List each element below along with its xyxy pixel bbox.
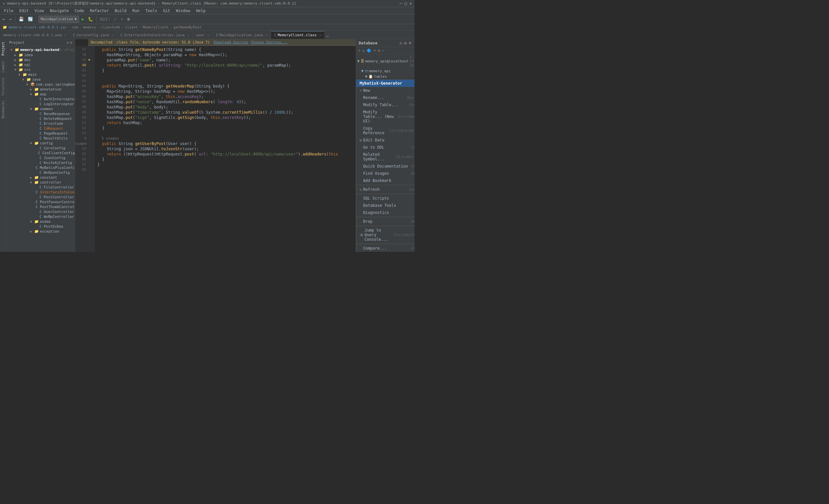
tab-pom-close[interactable]: ✕ [64,33,66,37]
ctx-goto-ddl[interactable]: Go to DDL Ctrl+B [356,144,414,151]
db-filter-icon[interactable]: ▼ [408,40,412,46]
tree-exception[interactable]: ▶ 📁 exception [6,229,75,234]
db-console-btn[interactable]: ⌨ [373,48,376,53]
tree-aop[interactable]: ▼ 📁 aop [6,92,75,97]
tree-java[interactable]: ▼ 📁 java [6,77,75,82]
ctx-new[interactable]: + New [356,87,414,94]
ctx-copy-ref[interactable]: Copy Reference Ctrl+Alt+Shift+C [356,125,414,137]
tree-filecontroller[interactable]: C FileController [6,185,75,190]
db-more-btn[interactable]: ⋯ [382,48,385,53]
menu-item-help[interactable]: Help [193,8,208,14]
ctx-find-usages[interactable]: Find Usages Alt+F7 [356,170,414,177]
tree-src[interactable]: ▼ 📁 src [6,67,75,72]
menu-item-window[interactable]: Window [174,8,193,14]
tree-constant[interactable]: ▶ 📁 constant [6,175,75,180]
tree-postfavour[interactable]: C PostFavourController [6,200,75,205]
ctx-add-bookmark[interactable]: Add Bookmark [356,177,414,184]
breadcrumb-item-1[interactable]: memory-client-sdk-0.0.1.jar [8,25,67,29]
menu-item-git[interactable]: Git [160,8,173,14]
db-settings-icon[interactable]: ⚙ [399,40,402,46]
menu-item-code[interactable]: Code [72,8,87,14]
bookmarks-panel-label[interactable]: Bookmarks [1,98,6,121]
sidebar-expand-icon[interactable]: ⊞ [70,40,72,45]
tab-main[interactable]: C MainApplication.java ✕ [213,31,271,39]
tree-idrequest[interactable]: C IdRequest [6,126,75,131]
tree-doc[interactable]: ▶ 📁 doc [6,58,75,62]
tree-postcontroller[interactable]: C PostController [6,195,75,200]
tree-main[interactable]: ▼ 📁 main [6,72,75,77]
tab-cors-close[interactable]: ✕ [112,33,114,37]
db-add-btn[interactable]: + [357,48,361,53]
structure-panel-label[interactable]: Structure [1,75,6,98]
project-panel-label[interactable]: Project [1,39,6,58]
breadcrumb-item-2[interactable]: com [72,25,78,29]
debug-btn[interactable]: 🐛 [86,16,95,22]
tree-pagerequest[interactable]: C PageRequest [6,131,75,136]
tab-cors[interactable]: C CorsConfig.java ✕ [70,31,117,39]
db-schema-btn[interactable]: 🔷 [366,48,372,53]
tree-sql[interactable]: ▶ 📁 sql [6,62,75,67]
menu-item-build[interactable]: Build [112,8,129,14]
menu-item-tools[interactable]: Tools [143,8,160,14]
tree-cosclient[interactable]: C CosClientConfig [6,151,75,155]
ctx-jump-to-console[interactable]: 🖥 Jump to Query Console... Ctrl+Shift+F1… [356,227,414,243]
tab-memoryclient-close[interactable]: ✕ [319,33,321,37]
tree-deleterequest[interactable]: C DeleteRequest [6,116,75,121]
tree-config[interactable]: ▼ 📁 config [6,141,75,146]
breadcrumb-item-3[interactable]: memory [83,25,96,29]
ctx-db-tools[interactable]: Database Tools ▶ [356,202,414,209]
tree-jsonconfig[interactable]: C JsonConfig [6,155,75,160]
tree-authinterceptor[interactable]: C AuthInterceptor [6,97,75,102]
tree-postthumb[interactable]: C PostThumbController [6,205,75,209]
tree-common[interactable]: ▼ 📁 common [6,106,75,111]
menu-item-view[interactable]: View [32,8,47,14]
db-root-item[interactable]: ▼ 🗄 memory_api@localhost 1 of 33 [356,54,414,68]
maximize-btn[interactable]: □ [405,1,407,6]
tree-baseresponse[interactable]: C BaseResponse [6,111,75,116]
tree-root[interactable]: ▼ 📁 memory-api-backend D:\Project\星球项目\m… [6,47,75,52]
tab-interface-close[interactable]: ✕ [187,33,189,37]
tree-controller[interactable]: ▼ 📁 controller [6,180,75,185]
tree-wxopen[interactable]: C WxOpenConfig [6,170,75,175]
tree-idea[interactable]: ▶ 📁 idea [6,52,75,58]
tree-interfacecontroller[interactable]: C InterfaceInfoController [6,190,75,195]
back-btn[interactable]: ← [1,16,6,22]
ctx-compare[interactable]: Compare... Ctrl+D [356,245,414,252]
ctx-refresh[interactable]: ↻ Refresh Ctrl+F5 [356,186,414,193]
ctx-modify-table[interactable]: Modify Table... Ctrl+F6 [356,101,414,108]
ctx-rename[interactable]: Rename... Shift+F6 [356,94,414,101]
git-checkmark[interactable]: ✓ [113,16,118,22]
tab-interface[interactable]: C InterfaceInfoController.java ✕ [117,31,193,39]
menu-item-edit[interactable]: Edit [17,8,31,14]
ctx-modify-table-new[interactable]: Modify Table... (New UI) Ctrl+Shift+C [356,108,414,125]
tree-errorcode[interactable]: C ErrorCode [6,121,75,126]
db-layout-icon[interactable]: ⊞ [404,40,407,46]
breadcrumb-item-7[interactable]: getNameByPost [174,25,202,29]
tree-resultutils[interactable]: C ResultUtils [6,136,75,141]
menu-item-run[interactable]: Run [130,8,142,14]
tree-loginterceptor[interactable]: C LogInterceptor [6,102,75,106]
tab-pom[interactable]: memory-client-sdk-0.0.1.pom ✕ [0,31,70,39]
db-tables-item[interactable]: ▼ 📋 tables [356,74,414,79]
choose-sources-btn[interactable]: Choose Sources... [251,40,288,44]
sidebar-settings-icon[interactable]: ⚙ [67,40,69,45]
git-settings[interactable]: ⚙ [126,16,131,22]
menu-item-refactor[interactable]: Refactor [87,8,111,14]
db-properties-btn[interactable]: ⚙ [377,48,381,53]
tab-main-close[interactable]: ✕ [265,33,267,37]
tree-mybatisplus[interactable]: C MyBatisPlusConfig [6,165,75,170]
ctx-diagnostics[interactable]: Diagnostics ▶ [356,209,414,216]
tree-wxmpcontroller[interactable]: C WxMpController [6,214,75,219]
breadcrumb-item-6[interactable]: MemoryClient [143,25,169,29]
db-refresh-btn[interactable]: ↻ [362,48,365,53]
commit-panel-label[interactable]: Commit [1,58,6,75]
sync-btn[interactable]: 🔄 [27,16,34,22]
db-schema-item[interactable]: ▼ 🗃 memory_api [356,68,414,74]
run-btn[interactable]: ▶ [80,16,85,22]
save-btn[interactable]: 💾 [17,16,25,22]
tree-esdao[interactable]: ▼ 📁 esdao [6,219,75,224]
menu-item-navigate[interactable]: Navigate [47,8,72,14]
tab-user-close[interactable]: ✕ [207,33,209,37]
breadcrumb-item-5[interactable]: client [125,25,138,29]
close-btn[interactable]: ✕ [409,1,412,6]
